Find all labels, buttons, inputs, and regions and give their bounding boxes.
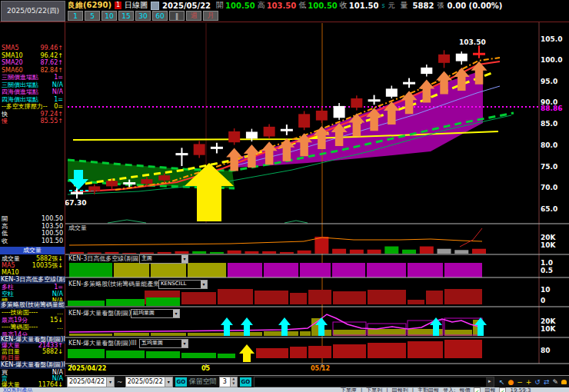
zoom-in-icon[interactable]: + <box>526 377 532 387</box>
unit-s: s <box>381 2 384 9</box>
p3-bar <box>255 291 288 304</box>
statusbar-tab[interactable]: 下單匣 <box>341 387 357 392</box>
sidebar-row: --多空支撐壓力--0= <box>2 103 63 110</box>
axis-label: 65.0 <box>541 205 557 213</box>
period-buttons: 1510153060‖週月 <box>68 11 218 21</box>
candle-cross <box>281 129 293 131</box>
sidebar-row: 最高19分15↓ <box>2 317 63 324</box>
date-to-select[interactable]: 2025/05/22 ▾ <box>125 377 173 387</box>
overlay-line <box>69 238 482 245</box>
chevron-down-icon[interactable]: ▾ <box>181 255 188 263</box>
period-button-月[interactable]: 月 <box>203 11 218 21</box>
go-button[interactable]: GO <box>175 377 187 387</box>
p3-bar <box>68 301 105 306</box>
scroll-right-button[interactable]: ▸ <box>486 377 494 387</box>
login-label: 登入: <box>443 387 455 392</box>
sidebar-row: 低100.50 <box>2 230 63 237</box>
alert-badge: 1 <box>115 2 121 9</box>
p3-bar <box>218 289 253 304</box>
period-button-週[interactable]: 週 <box>186 11 201 21</box>
candle-body <box>351 98 362 108</box>
draw-icon[interactable]: ✎ <box>552 377 558 387</box>
p5-bar <box>408 341 443 358</box>
volume-bar <box>368 250 381 254</box>
chevron-down-icon[interactable]: ▾ <box>165 377 172 387</box>
x-axis-label: 05 <box>201 365 210 372</box>
alert-bell-icon[interactable] <box>561 380 567 384</box>
p5-bar <box>256 348 288 358</box>
sidebar-section-header: KEN-3日高低多空線(副圖 <box>0 276 65 284</box>
field-value: 101.50 <box>349 2 379 10</box>
p5-bar <box>146 351 180 358</box>
period-button-1[interactable]: 1 <box>68 11 83 21</box>
quote-label: 報價 <box>459 387 470 392</box>
marker-icon[interactable]: ● <box>507 377 514 387</box>
panel2-dropdown-value: 主圖 <box>140 255 181 263</box>
axis-label: 88.86 <box>541 105 562 112</box>
date-from-select[interactable]: 2025/04/22 ▾ <box>67 377 115 387</box>
overlay-line <box>460 228 482 247</box>
candle-cross <box>403 82 415 85</box>
candle-body <box>88 186 100 191</box>
panel4-dropdown-value: 組均量圖 <box>131 310 173 317</box>
calendar-icon[interactable] <box>151 2 159 10</box>
p2-bar <box>444 263 482 277</box>
p5-bar <box>68 349 105 358</box>
candle-cross <box>211 147 223 149</box>
report-check-icon: ✓ <box>499 387 506 392</box>
spinner-buttons[interactable]: ▲▼ <box>230 377 237 387</box>
panel3-dropdown[interactable]: KENSCILL ▾ <box>158 280 208 289</box>
sidebar-row: MA510035張↓ <box>2 262 63 269</box>
volume-bar <box>472 249 486 254</box>
chart-type-label[interactable]: 日線圖 <box>125 0 148 11</box>
go-button-2[interactable]: GO <box>240 377 251 387</box>
p4-bar <box>264 331 298 336</box>
volume-bar <box>402 250 416 254</box>
keep-space-stepper[interactable]: 3 ▲▼ <box>219 377 238 387</box>
panel4-dropdown[interactable]: 組均量圖 ▾ <box>131 309 180 318</box>
candle-body <box>456 54 468 61</box>
statusbar-tab[interactable]: 主動回報 <box>418 387 439 392</box>
axis-label: 70.0 <box>541 184 557 191</box>
period-button-60[interactable]: 60 <box>152 11 168 21</box>
candle-cross <box>71 192 83 194</box>
chevron-down-icon[interactable]: ▾ <box>181 340 188 347</box>
sidebar-row: 開100.50 <box>2 215 63 222</box>
axis-label: 105.0 <box>541 35 562 43</box>
panel3-dropdown-value: KENSCILL <box>159 281 201 288</box>
panel5-dropdown[interactable]: 五均量圖 ▾ <box>139 339 188 348</box>
statusbar-tab[interactable]: 下單列 <box>366 387 382 392</box>
candle-body <box>158 175 170 181</box>
undo-icon[interactable]: ↺ <box>534 377 541 387</box>
period-button-10[interactable]: 10 <box>101 11 117 21</box>
sidebar-row: 四海價出場點1= <box>2 96 63 103</box>
volume-bar <box>454 250 468 254</box>
chart-price-label: 103.50 <box>459 38 486 46</box>
volume-bar <box>384 247 398 254</box>
candle-body <box>316 111 328 121</box>
pan-icon[interactable]: ⇄ <box>544 377 550 387</box>
zoom-out-icon[interactable]: − <box>517 377 523 387</box>
chevron-down-icon[interactable]: ▾ <box>173 310 179 317</box>
period-button-30[interactable]: 30 <box>135 11 151 21</box>
p5-bar <box>308 346 331 358</box>
panel5-title: KEN-爆大量看盤(副圖)III <box>68 340 137 347</box>
candle-body <box>298 114 310 128</box>
candle-cross <box>473 53 485 55</box>
panel2-dropdown[interactable]: 主圖 ▾ <box>139 254 188 264</box>
candle-cross <box>368 99 381 101</box>
sidebar-row: 三關價進場點1= <box>2 74 63 81</box>
statusbar-tab[interactable]: 回報列 <box>392 387 408 392</box>
divider: | <box>386 387 388 392</box>
p3-bar <box>408 300 424 304</box>
chevron-down-icon[interactable]: ▾ <box>201 281 207 288</box>
cursor-icon[interactable]: ↖ <box>499 377 505 387</box>
period-button-15[interactable]: 15 <box>118 11 134 21</box>
chevron-down-icon[interactable]: ▾ <box>106 377 114 387</box>
quote-date: 2025/05/22 <box>162 2 211 10</box>
chart-scrollbar[interactable]: ▸ <box>254 377 494 387</box>
p2-bar <box>264 263 298 277</box>
p2-bar <box>151 263 186 277</box>
status-bar: XQ系列產品 下單匣|下單列|回報列|主動回報登入:報價✓回報✓19:59:3 <box>0 387 569 392</box>
period-button-5[interactable]: 5 <box>85 11 100 21</box>
